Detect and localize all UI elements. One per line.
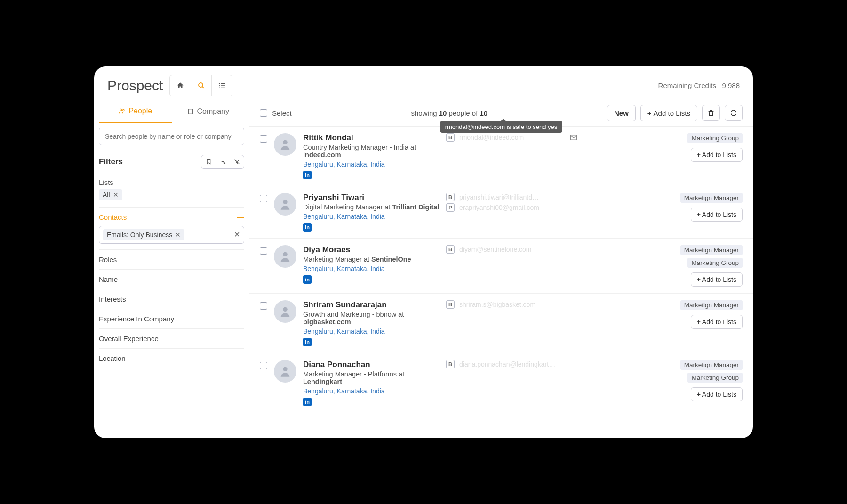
filter-group-label: Experience In Company: [99, 315, 174, 323]
email-text: priyanshi.tiwari@trilliantd…: [459, 193, 539, 201]
filter-action-buttons: [201, 155, 244, 169]
person-row: Diana PonnachanMarketing Manager - Platf…: [249, 353, 753, 413]
filter-group[interactable]: Experience In Company: [99, 309, 244, 328]
clear-filter-icon[interactable]: [230, 155, 244, 168]
filter-group[interactable]: Interests: [99, 289, 244, 309]
email-text: rmondal@indeed.com: [459, 134, 524, 141]
tab-company[interactable]: Company: [172, 100, 245, 123]
add-to-lists-row-button[interactable]: +Add to Lists: [691, 315, 743, 329]
delete-button[interactable]: [702, 105, 720, 121]
svg-point-0: [199, 83, 203, 87]
person-name[interactable]: Rittik Mondal: [303, 133, 439, 143]
person-row: Shriram SundararajanGrowth and Marketing…: [249, 294, 753, 353]
tab-people[interactable]: People: [99, 100, 172, 123]
refresh-button[interactable]: [725, 105, 743, 121]
contacts-toggle[interactable]: Contacts —: [99, 213, 244, 221]
tab-company-label: Company: [197, 107, 229, 116]
add-to-lists-button[interactable]: +Add to Lists: [640, 105, 697, 121]
filter-group-head[interactable]: Experience In Company: [99, 315, 244, 323]
lists-chip[interactable]: All ✕: [99, 189, 122, 200]
linkedin-icon[interactable]: in: [303, 398, 312, 406]
people-rows: Rittik MondalCountry Marketing Manager -…: [249, 127, 753, 438]
person-location: Bengaluru, Karnataka, India: [303, 265, 439, 272]
person-title: Country Marketing Manager - India at Ind…: [303, 144, 439, 159]
checkbox-icon[interactable]: [260, 362, 267, 369]
add-to-lists-row-button[interactable]: +Add to Lists: [691, 272, 743, 287]
filter-group-label: Overall Experience: [99, 335, 159, 343]
person-row: Priyanshi TiwariDigital Marketing Manage…: [249, 186, 753, 239]
linkedin-icon[interactable]: in: [303, 223, 312, 232]
app-title: Prospect: [107, 78, 163, 94]
mail-icon[interactable]: [569, 133, 578, 142]
linkedin-icon[interactable]: in: [303, 171, 312, 179]
add-to-lists-row-button[interactable]: +Add to Lists: [691, 387, 743, 401]
row-checkbox-wrap: [260, 300, 267, 346]
showing-text: showing 10 people of 10: [411, 109, 488, 117]
list-tag[interactable]: Marketing Group: [687, 373, 743, 383]
checkbox-icon[interactable]: [260, 247, 267, 255]
checkbox-icon[interactable]: [260, 195, 267, 202]
email-text: diana.ponnachan@lendingkart…: [459, 360, 555, 368]
add-to-lists-row-button[interactable]: +Add to Lists: [691, 208, 743, 222]
filter-group-label: Name: [99, 275, 118, 283]
right-col: Marketign ManagerMarketing Group+Add to …: [663, 360, 743, 406]
filter-group[interactable]: Name: [99, 269, 244, 289]
select-all[interactable]: Select: [260, 109, 292, 117]
list-tag[interactable]: Marketign Manager: [680, 193, 743, 203]
email-line: Bshriram.s@bigbasket.com: [446, 300, 578, 309]
app-window: Prospect Remaining Credits : 9,988 Peopl…: [94, 66, 753, 438]
checkbox-icon[interactable]: [260, 302, 267, 310]
person-name[interactable]: Shriram Sundararajan: [303, 300, 439, 310]
clear-contacts-icon[interactable]: ✕: [234, 230, 240, 239]
avatar: [274, 133, 296, 156]
list-icon[interactable]: [211, 75, 232, 96]
add-to-lists-row-button[interactable]: +Add to Lists: [691, 148, 743, 162]
list-tag[interactable]: Marketign Manager: [680, 360, 743, 370]
linkedin-icon[interactable]: in: [303, 338, 312, 346]
person-row: Diya MoraesMarketing Manager at Sentinel…: [249, 239, 753, 294]
filter-group-head[interactable]: Interests: [99, 295, 244, 303]
filter-group-head[interactable]: Roles: [99, 256, 244, 264]
list-tag[interactable]: Marketign Manager: [680, 300, 743, 310]
svg-point-22: [283, 200, 287, 204]
email-tooltip: rmondal@indeed.com is safe to send yes: [440, 121, 562, 133]
svg-rect-10: [188, 109, 192, 114]
filter-group[interactable]: Overall Experience: [99, 328, 244, 348]
filter-group-head[interactable]: Location: [99, 354, 244, 362]
close-icon[interactable]: ✕: [113, 191, 119, 199]
svg-rect-3: [221, 83, 225, 84]
minus-icon: —: [237, 213, 244, 221]
person-name[interactable]: Diana Ponnachan: [303, 360, 439, 369]
home-icon[interactable]: [170, 75, 191, 96]
new-button[interactable]: New: [607, 105, 636, 121]
checkbox-icon[interactable]: [260, 135, 267, 143]
list-tag[interactable]: Marketing Group: [687, 258, 743, 268]
filter-group-head[interactable]: Name: [99, 275, 244, 283]
sidebar-search-input[interactable]: [99, 128, 244, 145]
person-title: Digital Marketing Manager at Trilliant D…: [303, 203, 439, 211]
contacts-chip[interactable]: Emails: Only Business ✕: [103, 229, 184, 240]
filter-group[interactable]: Roles: [99, 249, 244, 269]
checkbox-icon[interactable]: [260, 109, 267, 117]
list-tag[interactable]: Marketign Manager: [680, 245, 743, 255]
bookmark-icon[interactable]: [201, 155, 216, 168]
person-name[interactable]: Priyanshi Tiwari: [303, 193, 439, 202]
person-title: Growth and Marketing - bbnow at bigbaske…: [303, 311, 439, 326]
filters-header: Filters: [99, 150, 244, 174]
emails-col: Bdiana.ponnachan@lendingkart…: [446, 360, 578, 406]
row-checkbox-wrap: [260, 193, 267, 232]
svg-rect-5: [221, 85, 225, 86]
svg-point-2: [219, 83, 220, 84]
list-tag[interactable]: Marketing Group: [687, 133, 743, 143]
linkedin-icon[interactable]: in: [303, 275, 312, 284]
filter-group-label: Roles: [99, 256, 117, 264]
close-icon[interactable]: ✕: [175, 231, 181, 239]
person-name[interactable]: Diya Moraes: [303, 245, 439, 255]
emails-col: Brmondal@indeed.com: [446, 133, 578, 179]
filter-group-head[interactable]: Overall Experience: [99, 335, 244, 343]
search-icon[interactable]: [191, 75, 211, 96]
email-type-badge: B: [446, 193, 455, 201]
filter-search-icon[interactable]: [216, 155, 230, 168]
filter-group[interactable]: Location: [99, 348, 244, 368]
sidebar-tabs: People Company: [99, 100, 244, 123]
